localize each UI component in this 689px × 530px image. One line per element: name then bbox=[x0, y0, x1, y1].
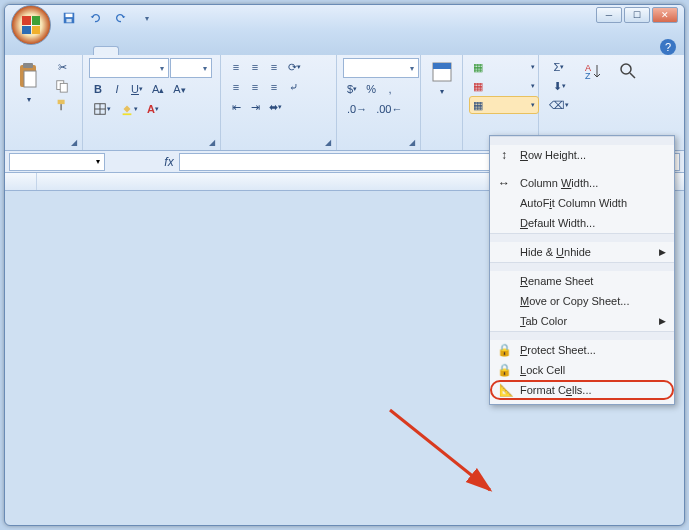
tab-formulas[interactable] bbox=[167, 47, 191, 55]
minimize-button[interactable]: ─ bbox=[596, 7, 622, 23]
fill-icon[interactable]: ⬇▾ bbox=[545, 77, 573, 95]
align-bottom-icon[interactable]: ≡ bbox=[265, 58, 283, 76]
align-right-icon[interactable]: ≡ bbox=[265, 78, 283, 96]
chevron-right-icon: ▶ bbox=[659, 316, 666, 326]
titlebar: ▾ ─ ☐ ✕ bbox=[5, 5, 684, 31]
format-dropdown-menu: ↕Row Height... ↔Column Width... AutoFit … bbox=[489, 135, 675, 405]
font-launcher-icon[interactable]: ◢ bbox=[206, 136, 218, 148]
menu-move-copy[interactable]: Move or Copy Sheet... bbox=[490, 291, 674, 311]
find-select-button[interactable] bbox=[614, 58, 643, 86]
underline-icon[interactable]: U▾ bbox=[127, 80, 147, 98]
group-alignment-label bbox=[227, 146, 330, 148]
lock-icon: 🔒 bbox=[496, 342, 512, 358]
tab-view[interactable] bbox=[239, 47, 263, 55]
format-painter-icon[interactable] bbox=[51, 96, 73, 114]
undo-icon[interactable] bbox=[85, 8, 105, 28]
fill-color-icon[interactable]: ▾ bbox=[116, 100, 142, 118]
tab-home[interactable] bbox=[93, 46, 119, 55]
delete-cells-button[interactable]: ▦ ▾ bbox=[469, 77, 539, 95]
menu-lock-cell[interactable]: 🔒Lock Cell bbox=[490, 360, 674, 380]
bold-icon[interactable]: B bbox=[89, 80, 107, 98]
autosum-icon[interactable]: Σ▾ bbox=[545, 58, 573, 76]
save-icon[interactable] bbox=[59, 8, 79, 28]
sort-filter-button[interactable]: AZ bbox=[577, 58, 610, 86]
styles-button[interactable]: ▾ bbox=[427, 58, 456, 99]
svg-rect-8 bbox=[58, 100, 65, 104]
svg-rect-5 bbox=[24, 71, 36, 87]
select-all-button[interactable] bbox=[5, 173, 37, 190]
group-number-label bbox=[343, 146, 414, 148]
paste-button[interactable]: ▾ bbox=[11, 58, 47, 107]
format-cells-icon: 📐 bbox=[498, 382, 514, 398]
copy-icon[interactable] bbox=[51, 77, 73, 95]
shrink-font-icon[interactable]: A▾ bbox=[169, 80, 189, 98]
svg-rect-2 bbox=[66, 19, 71, 23]
format-cells-button[interactable]: ▦ ▾ bbox=[469, 96, 539, 114]
clear-icon[interactable]: ⌫▾ bbox=[545, 96, 573, 114]
office-button[interactable] bbox=[11, 5, 51, 45]
percent-icon[interactable]: % bbox=[362, 80, 380, 98]
menu-format-cells[interactable]: 📐Format Cells... bbox=[490, 380, 674, 400]
quick-access-toolbar: ▾ bbox=[59, 8, 157, 28]
ribbon-tabs: ? bbox=[5, 31, 684, 55]
tab-developer[interactable] bbox=[263, 47, 287, 55]
accounting-format-icon[interactable]: $▾ bbox=[343, 80, 361, 98]
grow-font-icon[interactable]: A▴ bbox=[148, 80, 168, 98]
increase-indent-icon[interactable]: ⇥ bbox=[246, 98, 264, 116]
align-top-icon[interactable]: ≡ bbox=[227, 58, 245, 76]
number-format-combo[interactable]: ▾ bbox=[343, 58, 419, 78]
menu-hide-unhide[interactable]: Hide & Unhide▶ bbox=[490, 242, 674, 262]
orientation-icon[interactable]: ⟳▾ bbox=[284, 58, 305, 76]
svg-rect-13 bbox=[123, 113, 132, 115]
align-middle-icon[interactable]: ≡ bbox=[246, 58, 264, 76]
comma-icon[interactable]: , bbox=[381, 80, 399, 98]
column-width-icon: ↔ bbox=[496, 175, 512, 191]
number-launcher-icon[interactable]: ◢ bbox=[406, 136, 418, 148]
tab-review[interactable] bbox=[215, 47, 239, 55]
svg-rect-1 bbox=[66, 14, 73, 18]
font-name-combo[interactable]: ▾ bbox=[89, 58, 169, 78]
tab-menus[interactable] bbox=[69, 47, 93, 55]
menu-autofit-column[interactable]: AutoFit Column Width bbox=[490, 193, 674, 213]
align-center-icon[interactable]: ≡ bbox=[246, 78, 264, 96]
menu-tab-color[interactable]: Tab Color▶ bbox=[490, 311, 674, 331]
increase-decimal-icon[interactable]: .0→ bbox=[343, 100, 371, 118]
maximize-button[interactable]: ☐ bbox=[624, 7, 650, 23]
tab-page-layout[interactable] bbox=[143, 47, 167, 55]
redo-icon[interactable] bbox=[111, 8, 131, 28]
font-color-icon[interactable]: A▾ bbox=[143, 100, 163, 118]
cut-icon[interactable]: ✂ bbox=[51, 58, 73, 76]
menu-section-protection bbox=[490, 331, 674, 340]
svg-rect-9 bbox=[60, 104, 62, 110]
menu-autofit-row[interactable] bbox=[490, 165, 674, 173]
tab-data[interactable] bbox=[191, 47, 215, 55]
decrease-indent-icon[interactable]: ⇤ bbox=[227, 98, 245, 116]
decrease-decimal-icon[interactable]: .00← bbox=[372, 100, 406, 118]
font-size-combo[interactable]: ▾ bbox=[170, 58, 212, 78]
clipboard-launcher-icon[interactable]: ◢ bbox=[68, 136, 80, 148]
fx-icon[interactable]: fx bbox=[159, 155, 179, 169]
insert-cells-button[interactable]: ▦ ▾ bbox=[469, 58, 539, 76]
svg-text:Z: Z bbox=[585, 71, 591, 81]
align-left-icon[interactable]: ≡ bbox=[227, 78, 245, 96]
tab-insert[interactable] bbox=[119, 47, 143, 55]
name-box[interactable]: ▾ bbox=[9, 153, 105, 171]
row-height-icon: ↕ bbox=[496, 147, 512, 163]
menu-rename-sheet[interactable]: Rename Sheet bbox=[490, 271, 674, 291]
italic-icon[interactable]: I bbox=[108, 80, 126, 98]
svg-line-19 bbox=[630, 73, 635, 78]
alignment-launcher-icon[interactable]: ◢ bbox=[322, 136, 334, 148]
menu-default-width[interactable]: Default Width... bbox=[490, 213, 674, 233]
menu-protect-sheet[interactable]: 🔒Protect Sheet... bbox=[490, 340, 674, 360]
merge-center-icon[interactable]: ⬌▾ bbox=[265, 98, 286, 116]
close-button[interactable]: ✕ bbox=[652, 7, 678, 23]
menu-row-height[interactable]: ↕Row Height... bbox=[490, 145, 674, 165]
qat-customize-icon[interactable]: ▾ bbox=[137, 8, 157, 28]
wrap-text-icon[interactable]: ⤶ bbox=[284, 78, 302, 96]
borders-icon[interactable]: ▾ bbox=[89, 100, 115, 118]
help-icon[interactable]: ? bbox=[660, 39, 676, 55]
menu-column-width[interactable]: ↔Column Width... bbox=[490, 173, 674, 193]
svg-rect-15 bbox=[433, 63, 451, 69]
chevron-right-icon: ▶ bbox=[659, 247, 666, 257]
svg-point-18 bbox=[621, 64, 631, 74]
